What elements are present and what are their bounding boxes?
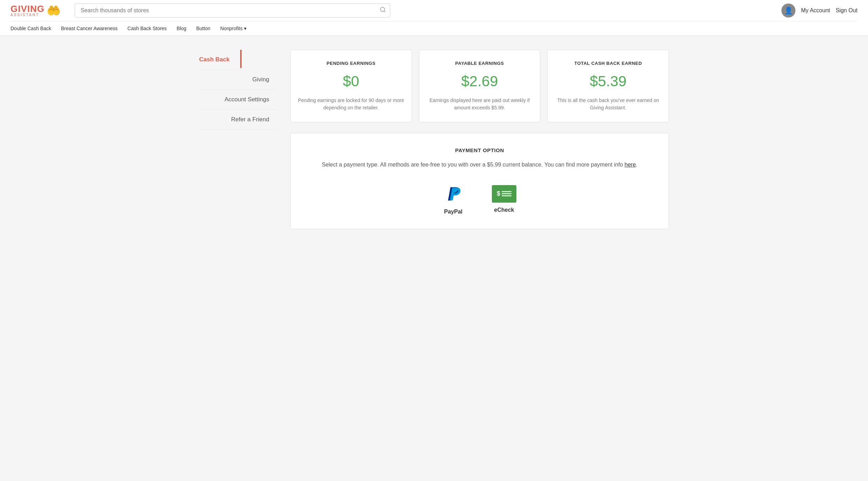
sidebar-item-account-settings[interactable]: Account Settings (199, 90, 276, 110)
sidebar: Cash Back Giving Account Settings Refer … (199, 50, 276, 229)
header-user: 👤 My Account Sign Out (781, 4, 857, 18)
payable-earnings-title: PAYABLE EARNINGS (426, 61, 533, 66)
earnings-cards: PENDING EARNINGS $0 Pending earnings are… (290, 50, 669, 122)
payable-earnings-card: PAYABLE EARNINGS $2.69 Earnings displaye… (419, 50, 541, 122)
sidebar-item-refer-friend[interactable]: Refer a Friend (199, 110, 276, 130)
header-top: GIVING ASSISTANT 🤲 👤 My Account Sign Out (11, 0, 857, 21)
logo-icon: 🤲 (47, 4, 61, 17)
nav-item-breast-cancer[interactable]: Breast Cancer Awareness (61, 26, 118, 31)
payment-description: Select a payment type. All methods are f… (301, 160, 658, 169)
echeck-lines (502, 191, 511, 196)
header: GIVING ASSISTANT 🤲 👤 My Account Sign Out… (0, 0, 868, 36)
echeck-icon: $ (492, 185, 516, 203)
nav-item-button[interactable]: Button (196, 26, 210, 31)
payment-title: PAYMENT OPTION (301, 147, 658, 153)
main-container: Cash Back Giving Account Settings Refer … (189, 50, 679, 229)
payment-section: PAYMENT OPTION Select a payment type. Al… (290, 133, 669, 229)
svg-line-1 (384, 11, 385, 12)
nav-item-nonprofits[interactable]: Nonprofits ▾ (220, 26, 246, 31)
sidebar-item-wrapper-cash-back: Cash Back (199, 50, 276, 70)
paypal-icon (443, 183, 464, 204)
search-icon (380, 7, 386, 13)
echeck-dollar-sign: $ (497, 190, 500, 197)
paypal-option[interactable]: PayPal (443, 183, 464, 215)
search-input[interactable] (75, 4, 390, 18)
payment-info-link[interactable]: here (625, 162, 636, 168)
logo-assistant-text: ASSISTANT (11, 13, 45, 17)
pending-earnings-description: Pending earnings are locked for 90 days … (298, 97, 405, 111)
nav-item-double-cash-back[interactable]: Double Cash Back (11, 26, 51, 31)
total-cashback-amount: $5.39 (555, 73, 662, 90)
echeck-line-1 (502, 191, 511, 192)
payment-options: PayPal $ eCheck (301, 183, 658, 215)
content-area: PENDING EARNINGS $0 Pending earnings are… (290, 50, 669, 229)
payable-earnings-amount: $2.69 (426, 73, 533, 90)
pending-earnings-amount: $0 (298, 73, 405, 90)
total-cashback-card: TOTAL CASH BACK EARNED $5.39 This is all… (547, 50, 669, 122)
paypal-label: PayPal (444, 209, 462, 215)
logo-giving-text: GIVING (11, 4, 45, 13)
echeck-line-2 (502, 193, 511, 194)
payment-description-text: Select a payment type. All methods are f… (322, 162, 623, 168)
pending-earnings-title: PENDING EARNINGS (298, 61, 405, 66)
nav-item-blog[interactable]: Blog (177, 26, 187, 31)
sidebar-active-indicator (240, 50, 242, 68)
search-area (75, 4, 390, 18)
nav-bar: Double Cash Back Breast Cancer Awareness… (11, 21, 857, 35)
chevron-down-icon: ▾ (244, 26, 246, 31)
logo[interactable]: GIVING ASSISTANT 🤲 (11, 4, 61, 17)
sidebar-item-giving[interactable]: Giving (199, 70, 276, 90)
avatar: 👤 (781, 4, 795, 18)
payable-earnings-description: Earnings displayed here are paid out wee… (426, 97, 533, 111)
total-cashback-title: TOTAL CASH BACK EARNED (555, 61, 662, 66)
sign-out-link[interactable]: Sign Out (836, 7, 857, 14)
echeck-line-3 (502, 195, 511, 196)
my-account-link[interactable]: My Account (801, 7, 830, 14)
search-button[interactable] (380, 7, 386, 15)
logo-text: GIVING ASSISTANT (11, 4, 45, 17)
nav-nonprofits-label: Nonprofits (220, 26, 243, 31)
payment-description-end: . (636, 162, 637, 168)
echeck-option[interactable]: $ eCheck (492, 185, 516, 213)
nav-item-cash-back-stores[interactable]: Cash Back Stores (128, 26, 167, 31)
sidebar-item-cash-back[interactable]: Cash Back (199, 50, 237, 70)
echeck-label: eCheck (494, 207, 514, 213)
pending-earnings-card: PENDING EARNINGS $0 Pending earnings are… (290, 50, 412, 122)
total-cashback-description: This is all the cash back you've ever ea… (555, 97, 662, 111)
